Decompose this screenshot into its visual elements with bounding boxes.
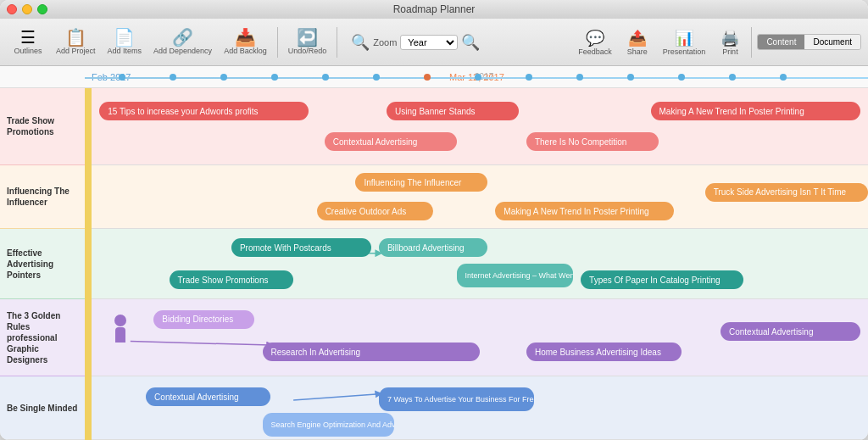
zoom-in-icon[interactable]: 🔍 [461, 33, 480, 52]
task-research[interactable]: Research In Advertising [263, 343, 480, 361]
print-button[interactable]: 🖨️ Print [714, 27, 746, 58]
zoom-select[interactable]: Year Month Quarter [400, 35, 458, 50]
main-content: Trade Show Promotions Influencing The In… [0, 88, 868, 440]
task-contextual-row5[interactable]: Contextual Advertising [146, 387, 270, 406]
timeline-dot-6 [373, 74, 380, 81]
svg-line-2 [293, 394, 379, 400]
toolbar-right: 💬 Feedback 📤 Share 📊 Presentation 🖨️ Pri… [571, 27, 861, 58]
task-postcards[interactable]: Promote With Postcards [231, 238, 371, 257]
print-label: Print [722, 47, 738, 56]
task-creative-outdoor[interactable]: Creative Outdoor Ads [317, 202, 433, 220]
timeline-dot-8 [526, 74, 532, 81]
print-icon: 🖨️ [721, 29, 739, 47]
gantt-row-5: Contextual Advertising 7 Ways To Adverti… [92, 376, 868, 440]
share-icon: 📤 [628, 29, 647, 47]
add-items-label: Add Items [108, 47, 142, 55]
task-contextual-1[interactable]: Contextual Advertising [325, 132, 457, 151]
task-trade-show-row3[interactable]: Trade Show Promotions [170, 270, 294, 289]
person-body [115, 327, 125, 343]
task-internet-adv[interactable]: Internet Advertising – What Went Wrong? [457, 264, 573, 287]
add-project-label: Add Project [56, 47, 96, 55]
maximize-button[interactable] [37, 4, 47, 14]
add-backlog-label: Add Backlog [224, 47, 267, 55]
task-influencing[interactable]: Influencing The Influencer [355, 173, 487, 192]
zoom-label: Zoom [373, 37, 397, 47]
timeline-dot-13 [780, 74, 787, 81]
add-items-button[interactable]: 📄 Add Items [103, 27, 147, 57]
task-seo[interactable]: Search Engine Optimization And Advertisi… [263, 413, 395, 437]
row-label-5: Be Single Minded [0, 376, 85, 440]
share-label: Share [627, 47, 648, 56]
title-bar: Roadmap Planner [0, 0, 868, 19]
task-no-competition[interactable]: There Is No Competition [526, 132, 659, 151]
task-billboard[interactable]: Billboard Advertising [379, 238, 487, 257]
row-label-1-text: Trade Show Promotions [7, 115, 78, 137]
undo-redo-icon: ↩️ [297, 29, 318, 46]
gantt-area: 15 Tips to increase your Adwords profits… [92, 88, 868, 440]
share-button[interactable]: 📤 Share [620, 27, 654, 58]
timeline-header: Feb 2017 Mar 12, 2017 2017 [0, 66, 868, 88]
task-adwords[interactable]: 15 Tips to increase your Adwords profits [99, 102, 309, 120]
content-doc-group: Content Document [757, 34, 861, 50]
add-backlog-button[interactable]: 📥 Add Backlog [219, 27, 272, 57]
feedback-label: Feedback [578, 47, 612, 56]
timeline-dot-1 [119, 74, 125, 81]
presentation-button[interactable]: 📊 Presentation [656, 27, 713, 58]
timeline-dot-5 [322, 74, 329, 81]
row-label-2: Influencing The Influencer [0, 165, 85, 229]
task-bidding[interactable]: Bidding Directories [153, 310, 254, 329]
presentation-label: Presentation [663, 47, 706, 56]
timeline-dot-3 [220, 74, 227, 81]
document-button[interactable]: Document [804, 35, 860, 49]
toolbar-group-left: ☰ Outlines 📋 Add Project 📄 Add Items 🔗 A… [7, 27, 341, 58]
timeline-dot-10 [627, 74, 634, 81]
toolbar: ☰ Outlines 📋 Add Project 📄 Add Items 🔗 A… [0, 19, 868, 66]
content-button[interactable]: Content [758, 35, 804, 49]
gantt-row-3: Promote With Postcards Billboard Adverti… [92, 229, 868, 299]
timeline-dot-11 [678, 74, 685, 81]
row-label-3: Effective Advertising Pointers [0, 229, 85, 299]
undo-redo-button[interactable]: ↩️ Undo/Redo [283, 27, 332, 57]
outlines-icon: ☰ [20, 29, 36, 46]
add-dependency-icon: 🔗 [172, 29, 193, 46]
person-icon [114, 315, 126, 343]
task-banner-stands[interactable]: Using Banner Stands [387, 102, 519, 120]
minimize-button[interactable] [22, 4, 32, 14]
window-title: Roadmap Planner [393, 3, 476, 15]
row-label-3-text: Effective Advertising Pointers [7, 248, 78, 281]
yellow-strip [85, 88, 92, 440]
svg-line-1 [131, 342, 270, 346]
presentation-icon: 📊 [675, 29, 693, 47]
undo-redo-label: Undo/Redo [288, 47, 327, 55]
task-7ways[interactable]: 7 Ways To Advertise Your Business For Fr… [379, 387, 534, 411]
add-items-icon: 📄 [114, 29, 135, 46]
gantt-row-4: Bidding Directories Research In Advertis… [92, 299, 868, 376]
timeline-dot-today [424, 74, 431, 81]
task-poster-printing[interactable]: Making A New Trend In Poster Printing [651, 102, 860, 120]
feedback-icon: 💬 [586, 29, 604, 47]
row-label-4-text: The 3 Golden Rules professional Graphic … [7, 310, 78, 365]
task-contextual-row4[interactable]: Contextual Advertising [721, 322, 860, 341]
add-project-button[interactable]: 📋 Add Project [51, 27, 101, 57]
task-home-business[interactable]: Home Business Advertising Ideas [526, 343, 682, 361]
separator-2 [337, 27, 337, 58]
separator-3 [751, 27, 752, 58]
timeline-dot-9 [576, 74, 583, 81]
task-truck-side[interactable]: Truck Side Advertising Isn T It Time [705, 183, 868, 202]
timeline-dot-12 [729, 74, 736, 81]
close-button[interactable] [7, 4, 17, 14]
add-project-icon: 📋 [65, 29, 86, 46]
zoom-out-icon[interactable]: 🔍 [351, 33, 370, 52]
add-dependency-label: Add Dependency [153, 47, 212, 55]
timeline-dot-4 [271, 74, 278, 81]
zoom-section: 🔍 Zoom Year Month Quarter 🔍 [351, 33, 480, 52]
row-label-5-text: Be Single Minded [7, 403, 77, 414]
outlines-button[interactable]: ☰ Outlines [7, 27, 49, 57]
person-head [114, 315, 126, 326]
add-dependency-button[interactable]: 🔗 Add Dependency [148, 27, 217, 57]
task-catalog-paper[interactable]: Types Of Paper In Catalog Printing [581, 270, 743, 289]
feedback-button[interactable]: 💬 Feedback [571, 27, 619, 58]
row-label-2-text: Influencing The Influencer [7, 186, 78, 208]
outlines-label: Outlines [14, 47, 42, 55]
task-new-trend-row2[interactable]: Making A New Trend In Poster Printing [495, 202, 674, 220]
